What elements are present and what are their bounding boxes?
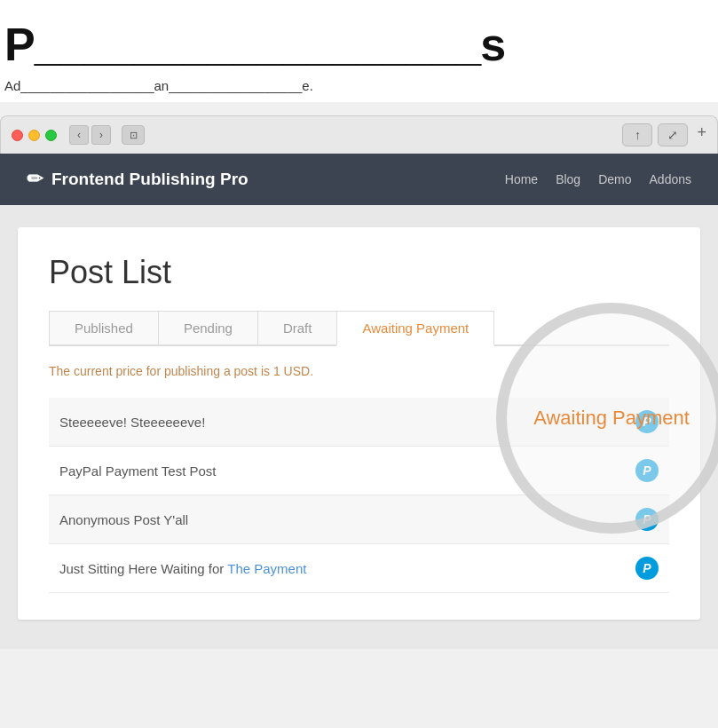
back-button[interactable]: ‹ xyxy=(69,125,89,145)
paypal-icon[interactable]: P xyxy=(635,459,659,482)
paypal-icon[interactable]: P xyxy=(635,508,659,531)
paypal-icon[interactable]: P xyxy=(635,410,659,433)
post-list-card: Post List Published Pending Draft Awaiti… xyxy=(18,227,700,620)
browser-right-controls: ↑ ⤢ + xyxy=(622,123,706,146)
share-button[interactable]: ↑ xyxy=(622,123,652,146)
list-item: Steeeeeve! Steeeeeeve! P xyxy=(49,398,669,447)
tabs-row: Published Pending Draft Awaiting Payment xyxy=(49,311,669,346)
tab-pending[interactable]: Pending xyxy=(158,311,258,344)
page-title: P__________________s xyxy=(0,18,718,71)
site-logo: ✏ Frontend Publishing Pro xyxy=(27,168,249,191)
nav-blog[interactable]: Blog xyxy=(556,172,580,186)
list-item: Just Sitting Here Waiting for The Paymen… xyxy=(49,544,669,593)
logo-icon: ✏ xyxy=(27,168,43,191)
tab-awaiting-payment[interactable]: Awaiting Payment xyxy=(336,311,494,346)
new-tab-button[interactable]: + xyxy=(697,123,706,146)
paypal-icon[interactable]: P xyxy=(635,557,659,580)
tab-draft[interactable]: Draft xyxy=(257,311,338,344)
maximize-button[interactable] xyxy=(45,130,57,141)
nav-addons[interactable]: Addons xyxy=(650,172,691,186)
traffic-lights xyxy=(12,130,57,141)
list-item: Anonymous Post Y'all P xyxy=(49,495,669,544)
site-nav-links: Home Blog Demo Addons xyxy=(505,172,691,186)
price-notice: The current price for publishing a post … xyxy=(49,364,669,378)
post-title[interactable]: Just Sitting Here Waiting for The Paymen… xyxy=(59,561,635,576)
post-title[interactable]: Anonymous Post Y'all xyxy=(59,512,635,527)
post-list-title: Post List xyxy=(49,254,669,291)
list-item: PayPal Payment Test Post P xyxy=(49,447,669,495)
browser-chrome: ‹ › ⊡ ↑ ⤢ + xyxy=(0,115,718,154)
minimize-button[interactable] xyxy=(28,130,40,141)
browser-nav: ‹ › xyxy=(69,125,111,145)
nav-home[interactable]: Home xyxy=(505,172,538,186)
nav-demo[interactable]: Demo xyxy=(598,172,631,186)
sidebar-toggle-button[interactable]: ⊡ xyxy=(122,125,145,145)
site-content: Post List Published Pending Draft Awaiti… xyxy=(0,205,718,649)
logo-text: Frontend Publishing Pro xyxy=(51,170,249,189)
tab-published[interactable]: Published xyxy=(49,311,159,344)
fullscreen-button[interactable]: ⤢ xyxy=(658,123,688,146)
page-subtitle: Ad__________________an__________________… xyxy=(0,78,718,93)
post-title[interactable]: PayPal Payment Test Post xyxy=(59,463,635,479)
post-title[interactable]: Steeeeeve! Steeeeeeve! xyxy=(59,415,635,430)
forward-button[interactable]: › xyxy=(91,125,111,145)
site-navbar: ✏ Frontend Publishing Pro Home Blog Demo… xyxy=(0,154,718,205)
page-header: P__________________s Ad_________________… xyxy=(0,0,718,102)
close-button[interactable] xyxy=(12,130,23,141)
